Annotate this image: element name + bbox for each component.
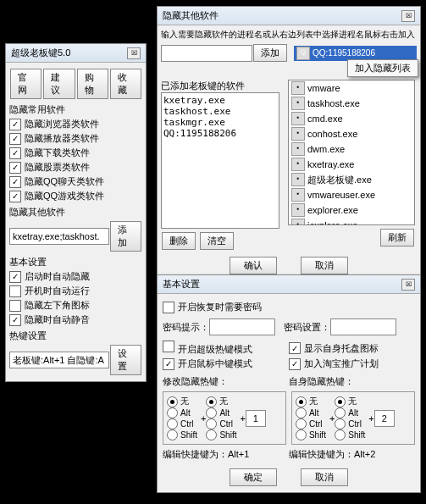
title: 基本设置: [163, 278, 200, 291]
edit-label-2: 编辑快捷键为：Alt+2: [289, 448, 415, 461]
process-item[interactable]: ▪explorer.exe: [289, 202, 414, 218]
hide-chk-0[interactable]: [9, 119, 21, 130]
chk-pw-restore[interactable]: [163, 302, 174, 313]
radio-Ctrl[interactable]: [167, 418, 178, 429]
added-list[interactable]: kxetray.exetaskhost.exetaskmgr.exeQQ:119…: [161, 92, 279, 229]
clear-button[interactable]: 清空: [200, 232, 234, 250]
cancel-button[interactable]: 取消: [301, 257, 348, 274]
radio-Shift[interactable]: [335, 429, 346, 440]
app-icon: ▪: [291, 142, 305, 156]
radio-Ctrl[interactable]: [296, 418, 307, 429]
process-list[interactable]: ▪vmware▪taskhost.exe▪cmd.exe▪conhost.exe…: [288, 80, 415, 225]
add-button[interactable]: 添加: [110, 221, 141, 252]
basic-lbl-3: 隐藏时自动静音: [25, 313, 90, 326]
hide-chk-1[interactable]: [9, 133, 21, 145]
ok-button[interactable]: 确定: [230, 468, 277, 486]
basic-settings-window: 基本设置 ☒ 开启恢复时需要密码 密码提示： 密码设置： 开启超级热键模式 显示…: [157, 274, 421, 493]
hide-chk-4[interactable]: [9, 176, 21, 188]
process-item[interactable]: ▪vmware: [289, 80, 414, 96]
radio-Ctrl[interactable]: [335, 418, 346, 429]
radio-Alt[interactable]: [206, 407, 217, 418]
settings-button[interactable]: 设置: [110, 345, 141, 375]
radio-无[interactable]: [335, 396, 346, 407]
tab-suggest[interactable]: 建议: [43, 69, 75, 99]
tab-fav[interactable]: 收藏: [110, 69, 141, 99]
basic-chk-3[interactable]: [9, 314, 21, 326]
pw-set-input[interactable]: [330, 318, 396, 335]
cancel-button[interactable]: 取消: [301, 468, 348, 486]
ctx-add-to-hide[interactable]: 加入隐藏列表: [355, 63, 411, 73]
instruction: 输入需要隐藏软件的进程名或从右边列表中选择进程名鼠标右击加入: [161, 29, 417, 41]
edit-label-1: 编辑快捷键为：Alt+1: [163, 448, 289, 461]
process-input[interactable]: [161, 45, 252, 62]
process-item[interactable]: ▪超级老板键.exe: [289, 172, 414, 187]
radio-Alt[interactable]: [167, 407, 178, 418]
basic-lbl-0: 启动时自动隐藏: [25, 270, 90, 283]
close-icon[interactable]: ☒: [401, 279, 415, 291]
tab-site[interactable]: 官网: [10, 69, 41, 99]
process-item[interactable]: ▪dwm.exe: [289, 141, 414, 157]
radio-Ctrl[interactable]: [206, 418, 217, 429]
key2-input[interactable]: [374, 410, 395, 427]
radio-Alt[interactable]: [335, 407, 346, 418]
add-button[interactable]: 添加: [253, 44, 287, 62]
radio-Alt[interactable]: [296, 407, 307, 418]
process-item[interactable]: ▪conhost.exe: [289, 126, 414, 141]
other-input[interactable]: [9, 228, 109, 245]
main-window: 超级老板键5.0 ☒ 官网 建议 购物 收藏 隐藏常用软件 隐藏浏览器类软件隐藏…: [5, 43, 147, 382]
added-item[interactable]: taskhost.exe: [163, 106, 277, 117]
process-item[interactable]: ▪cmd.exe: [289, 111, 414, 126]
basic-chk-0[interactable]: [9, 271, 21, 283]
hide-chk-2[interactable]: [9, 147, 21, 159]
pw-hint-label: 密码提示：: [163, 321, 209, 334]
radio-无[interactable]: [296, 396, 307, 407]
process-item[interactable]: ▪kxetray.exe: [289, 157, 414, 172]
ok-button[interactable]: 确认: [230, 257, 277, 274]
hide-lbl-0: 隐藏浏览器类软件: [25, 118, 99, 130]
app-icon: ▪: [291, 173, 305, 186]
app-icon: ▪: [291, 97, 305, 110]
hotkey-input[interactable]: [9, 352, 109, 368]
added-item[interactable]: QQ:1195188206: [163, 128, 277, 139]
close-icon[interactable]: ☒: [401, 10, 415, 22]
qq-icon: Q: [296, 47, 310, 60]
added-item[interactable]: taskmgr.exe: [163, 117, 277, 128]
basic-lbl-1: 开机时自动运行: [25, 285, 90, 297]
hide-chk-5[interactable]: [9, 191, 21, 202]
tab-shop[interactable]: 购物: [77, 69, 108, 99]
basic-lbl-2: 隐藏左下角图标: [25, 299, 90, 312]
mod-hotkey-group: 无AltCtrlShift+ 无AltCtrlShift+: [163, 391, 286, 445]
hide-lbl-4: 隐藏QQ聊天类软件: [25, 175, 104, 188]
delete-button[interactable]: 删除: [162, 232, 196, 250]
radio-Shift[interactable]: [167, 429, 178, 440]
key1-input[interactable]: [246, 410, 266, 427]
titlebar: 隐藏其他软件 ☒: [158, 7, 420, 25]
chk-middle-click[interactable]: [163, 358, 174, 370]
process-item[interactable]: ▪iexplore.exe: [289, 218, 414, 225]
basic-chk-2[interactable]: [9, 300, 21, 312]
chk-tray-icon[interactable]: [289, 342, 301, 354]
radio-Shift[interactable]: [296, 429, 307, 440]
mod-hotkey-label: 修改隐藏热键：: [163, 375, 289, 388]
process-item[interactable]: ▪vmwareuser.exe: [289, 187, 414, 202]
app-icon: ▪: [291, 81, 305, 95]
basic-chk-1[interactable]: [9, 285, 21, 297]
radio-无[interactable]: [206, 396, 217, 407]
radio-无[interactable]: [167, 396, 178, 407]
process-item[interactable]: ▪taskhost.exe: [289, 96, 414, 111]
app-icon: ▪: [291, 127, 305, 141]
self-hotkey-group: 无AltCtrlShift+ 无AltCtrlShift+: [291, 391, 415, 445]
chk-super-hotkey[interactable]: [163, 341, 174, 352]
self-hotkey-label: 自身隐藏热键：: [289, 375, 415, 388]
refresh-button[interactable]: 刷新: [380, 229, 414, 246]
titlebar: 基本设置 ☒: [158, 275, 420, 294]
pw-hint-input[interactable]: [209, 318, 275, 335]
close-icon[interactable]: ☒: [127, 47, 141, 59]
hide-chk-3[interactable]: [9, 162, 21, 174]
radio-Shift[interactable]: [206, 429, 217, 440]
context-menu: 加入隐藏列表: [347, 59, 418, 77]
toolbar: 官网 建议 购物 收藏: [9, 68, 142, 100]
added-item[interactable]: kxetray.exe: [163, 95, 277, 106]
section-hide-other: 隐藏其他软件: [9, 206, 142, 219]
chk-taobao[interactable]: [289, 358, 301, 370]
